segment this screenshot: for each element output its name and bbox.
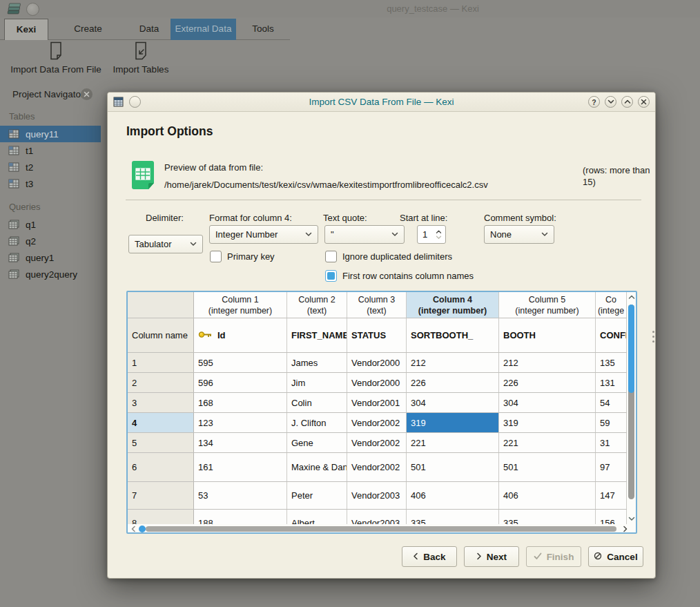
table-cell[interactable]: 226 [499, 373, 596, 392]
table-cell[interactable]: J. Clifton [287, 413, 347, 432]
table-cell[interactable]: Vendor2002 [347, 453, 407, 481]
horizontal-scrollbar[interactable] [128, 524, 636, 534]
delimiter-select[interactable]: Tabulator [128, 235, 203, 253]
column-name-cell-2[interactable]: FIRST_NAME [287, 318, 347, 352]
table-cell[interactable]: Albert [287, 510, 347, 524]
sidebar-item-query2query[interactable]: query2query [0, 266, 101, 282]
column-header-6[interactable]: Co(intege [596, 292, 627, 318]
table-cell[interactable]: Peter [287, 482, 347, 509]
column-name-cell-6[interactable]: CONFIRI [596, 318, 627, 352]
column-name-cell-3[interactable]: STATUS [347, 318, 407, 352]
table-cell[interactable]: Vendor2003 [347, 510, 407, 524]
table-cell[interactable]: 156 [596, 510, 627, 524]
table-cell[interactable]: 161 [194, 453, 287, 481]
tab-kexi[interactable]: Kexi [4, 19, 48, 40]
table-cell[interactable]: 226 [407, 373, 499, 392]
table-cell[interactable]: 31 [596, 433, 627, 452]
scroll-up-icon[interactable] [628, 294, 636, 300]
start-at-line-spinner[interactable]: 1 [417, 225, 446, 244]
scroll-down-icon[interactable] [628, 516, 636, 521]
column-header-5[interactable]: Column 5(integer number) [499, 292, 596, 318]
comment-symbol-select[interactable]: None [484, 225, 554, 244]
column-header-3[interactable]: Column 3(text) [347, 292, 407, 318]
table-cell[interactable]: 54 [596, 393, 627, 412]
table-cell[interactable]: 221 [407, 433, 499, 452]
table-cell[interactable]: Colin [287, 393, 347, 412]
row-number-cell[interactable]: 7 [128, 482, 194, 509]
import-tables-button[interactable]: Import Tables [109, 41, 173, 75]
table-cell[interactable]: 131 [596, 373, 627, 392]
table-cell[interactable]: 59 [596, 413, 627, 432]
import-data-from-file-button[interactable]: Import Data From File [4, 41, 108, 75]
next-button[interactable]: Next [464, 546, 519, 567]
row-number-cell[interactable]: 1 [128, 353, 194, 372]
scrollbar-position-dot[interactable] [139, 526, 146, 532]
table-cell[interactable]: 406 [407, 482, 499, 509]
row-number-cell[interactable]: 6 [128, 453, 194, 481]
scroll-left-icon[interactable] [129, 526, 137, 532]
ignore-duplicated-delimiters-checkbox[interactable]: Ignore duplicated delimiters [325, 251, 452, 262]
table-cell[interactable]: 319 [499, 413, 596, 432]
table-cell[interactable]: Vendor2002 [347, 433, 407, 452]
cancel-button[interactable]: Cancel [588, 546, 643, 567]
sidebar-item-t3[interactable]: t3 [0, 175, 101, 192]
sidebar-item-q2[interactable]: q2 [0, 233, 101, 249]
sidebar-item-t1[interactable]: t1 [0, 142, 101, 159]
table-cell[interactable]: 212 [499, 353, 596, 372]
sidebar-item-query11[interactable]: query11 [0, 126, 101, 142]
table-cell[interactable]: 501 [407, 453, 499, 481]
column-name-cell-5[interactable]: BOOTH [499, 318, 596, 352]
scrollbar-thumb[interactable] [146, 526, 616, 532]
tab-external-data[interactable]: External Data [171, 19, 236, 40]
table-cell[interactable]: 221 [499, 433, 596, 452]
row-number-cell[interactable]: 5 [128, 433, 194, 452]
scroll-right-icon[interactable] [621, 526, 629, 532]
close-icon[interactable] [81, 88, 93, 100]
table-cell[interactable]: Gene [287, 433, 347, 452]
window-menu-button[interactable] [26, 3, 39, 16]
row-number-cell[interactable]: 2 [128, 373, 194, 392]
shade-down-icon[interactable] [605, 96, 616, 108]
column-header-1[interactable]: Column 1(integer number) [194, 292, 287, 318]
column-header-2[interactable]: Column 2(text) [287, 292, 347, 318]
table-cell[interactable]: Vendor2002 [347, 413, 407, 432]
row-number-cell[interactable]: 4 [128, 413, 194, 432]
table-cell[interactable]: 406 [499, 482, 596, 509]
column-name-cell-4[interactable]: SORTBOOTH_ [407, 318, 499, 352]
sidebar-item-query1[interactable]: query1 [0, 249, 101, 266]
table-cell[interactable]: 188 [194, 510, 287, 524]
text-quote-select[interactable]: " [324, 225, 405, 244]
row-number-cell[interactable]: 3 [128, 393, 194, 412]
table-cell[interactable]: 501 [499, 453, 596, 481]
table-cell[interactable]: Vendor2000 [347, 373, 407, 392]
selected-table-cell[interactable]: 319 [407, 413, 499, 432]
row-number-cell[interactable]: 8 [128, 510, 194, 524]
close-icon[interactable] [638, 96, 650, 108]
table-cell[interactable]: 147 [596, 482, 627, 509]
sidebar-item-q1[interactable]: q1 [0, 216, 101, 233]
table-cell[interactable]: 97 [596, 453, 627, 481]
table-cell[interactable]: 212 [407, 353, 499, 372]
help-icon[interactable]: ? [588, 96, 600, 108]
table-cell[interactable]: 335 [499, 510, 596, 524]
table-cell[interactable]: 123 [194, 413, 287, 432]
table-cell[interactable]: 134 [194, 433, 287, 452]
shade-up-icon[interactable] [621, 96, 633, 108]
table-cell[interactable]: 596 [194, 373, 287, 392]
tab-create[interactable]: Create [48, 19, 128, 39]
table-cell[interactable]: 168 [194, 393, 287, 412]
scrollbar-thumb[interactable] [628, 305, 634, 393]
table-cell[interactable]: Vendor2003 [347, 482, 407, 509]
table-cell[interactable]: 304 [407, 393, 499, 412]
sidebar-item-t2[interactable]: t2 [0, 159, 101, 175]
table-cell[interactable]: Maxine & Dan [287, 453, 347, 481]
table-cell[interactable]: Vendor2001 [347, 393, 407, 412]
vertical-scrollbar[interactable] [627, 292, 636, 524]
table-cell[interactable]: 135 [596, 353, 627, 372]
table-cell[interactable]: 53 [194, 482, 287, 509]
tab-data[interactable]: Data [128, 19, 171, 39]
dialog-menu-button[interactable] [129, 96, 141, 108]
resize-grip[interactable] [652, 331, 654, 333]
column-header-4[interactable]: Column 4(integer number) [407, 292, 499, 318]
column-name-cell-1[interactable]: Id [194, 318, 287, 352]
